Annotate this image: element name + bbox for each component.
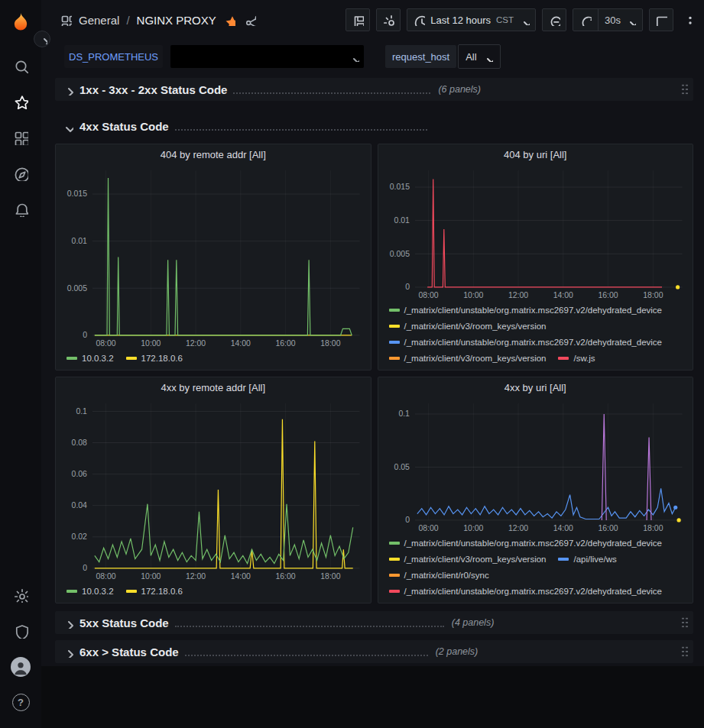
more-options-button[interactable] [680, 8, 695, 31]
svg-text:0.1: 0.1 [76, 407, 87, 416]
save-dashboard-button[interactable] [346, 8, 370, 31]
request-host-variable-select[interactable]: All [458, 44, 500, 69]
zoom-out-icon [548, 14, 560, 26]
zoom-out-button[interactable] [542, 8, 566, 31]
favorite-star-button[interactable] [223, 14, 235, 26]
legend-item[interactable]: 10.0.3.2 [67, 583, 114, 599]
share-dashboard-button[interactable] [244, 14, 256, 26]
legend-item[interactable]: /api/live/ws [558, 551, 616, 567]
legend-item[interactable]: /_matrix/client/v3/room_keys/version [389, 350, 547, 366]
panel-title[interactable]: 404 by remote addr [All] [56, 144, 371, 164]
panel-legend: 10.0.3.2172.18.0.6 [56, 582, 371, 603]
sidebar-item-profile[interactable] [0, 649, 41, 684]
panel-legend: /_matrix/client/unstable/org.matrix.msc2… [378, 534, 693, 603]
row-drag-handle[interactable] [681, 83, 689, 95]
sidebar-item-starred[interactable] [0, 83, 41, 119]
compass-icon [13, 166, 28, 181]
legend-label: 172.18.0.6 [141, 354, 183, 363]
legend-label: /_matrix/client/v3/room_keys/version [404, 555, 547, 564]
legend-label: /_matrix/client/unstable/org.matrix.msc2… [404, 587, 663, 596]
row-1xx-3xx-2xx-status-code[interactable]: 1xx - 3xx - 2xx Status Code (6 panels) [55, 78, 693, 101]
legend-item[interactable]: /_matrix/client/unstable/org.matrix.msc2… [389, 302, 663, 318]
variables-bar: DS_PROMETHEUS request_host All [41, 40, 704, 78]
row-4xx-status-code[interactable]: 4xx Status Code [55, 115, 693, 138]
chevron-right-icon [61, 645, 73, 658]
row-drag-handle[interactable] [681, 616, 689, 629]
chart-canvas[interactable]: 00.0050.010.01508:0010:0012:0014:0016:00… [381, 164, 690, 301]
row-6xx-status-code[interactable]: 6xx > Status Code (2 panels) [55, 640, 693, 663]
legend-swatch [389, 558, 400, 561]
chevron-right-icon [61, 83, 73, 95]
chevron-down-icon [519, 15, 530, 25]
svg-text:14:00: 14:00 [231, 339, 251, 348]
chevron-down-icon [61, 120, 73, 132]
person-icon [12, 659, 29, 676]
svg-text:0.01: 0.01 [72, 237, 88, 245]
legend-item[interactable]: 172.18.0.6 [126, 583, 183, 599]
breadcrumb-dashboard-title[interactable]: NGINX PROXY [137, 14, 216, 27]
legend-item[interactable]: 10.0.3.2 [67, 350, 114, 366]
legend-item[interactable]: /_matrix/client/v3/room_keys/version [389, 551, 547, 567]
chevron-down-icon [349, 51, 359, 62]
svg-text:14:00: 14:00 [553, 291, 573, 299]
monitor-icon [655, 14, 667, 26]
svg-text:14:00: 14:00 [553, 524, 573, 532]
sidebar-item-help[interactable]: ? [0, 684, 41, 720]
breadcrumb-separator: / [126, 14, 129, 27]
chart-canvas[interactable]: 00.020.040.060.080.108:0010:0012:0014:00… [59, 397, 368, 582]
sidebar-expand-button[interactable] [34, 31, 50, 47]
panel-title[interactable]: 404 by uri [All] [378, 144, 693, 164]
sidebar-item-search[interactable] [0, 47, 41, 83]
svg-text:18:00: 18:00 [320, 572, 340, 581]
sidebar-item-alerting[interactable] [0, 191, 41, 227]
row-5xx-status-code[interactable]: 5xx Status Code (4 panels) [55, 611, 693, 634]
legend-item[interactable]: /_matrix/client/v3/room_keys/version [389, 318, 547, 334]
main-area: General / NGINX PROXY Last 12 hours CST [41, 0, 704, 728]
legend-item[interactable]: 172.18.0.6 [126, 350, 183, 366]
legend-item[interactable]: /_matrix/client/unstable/org.matrix.msc2… [389, 535, 663, 551]
svg-text:0.1: 0.1 [398, 409, 410, 418]
legend-swatch [389, 574, 400, 577]
gear-icon [13, 587, 28, 603]
sidebar-item-dashboards[interactable] [0, 119, 41, 155]
refresh-button[interactable] [573, 9, 598, 31]
apps-grid-icon [60, 14, 72, 26]
svg-text:0.04: 0.04 [72, 501, 88, 510]
star-filled-icon [223, 14, 235, 26]
breadcrumb-folder[interactable]: General [79, 14, 119, 27]
sidebar-item-server-admin[interactable] [0, 613, 41, 649]
time-range-picker[interactable]: Last 12 hours CST [407, 8, 536, 31]
dashboard-toolbar: General / NGINX PROXY Last 12 hours CST [41, 0, 704, 40]
legend-item[interactable]: /sw.js [558, 350, 595, 366]
breadcrumb: General / NGINX PROXY [60, 14, 256, 27]
svg-text:0: 0 [405, 283, 410, 291]
chart-canvas[interactable]: 00.050.108:0010:0012:0014:0016:0018:00 [381, 397, 690, 534]
legend-item[interactable]: /_matrix/client/r0/sync [389, 567, 489, 583]
legend-item[interactable]: /_matrix/client/unstable/org.matrix.msc2… [389, 583, 663, 599]
sidebar-item-explore[interactable] [0, 155, 41, 191]
legend-item[interactable]: /_matrix/client/unstable/org.matrix.msc2… [389, 334, 663, 350]
legend-swatch [389, 341, 400, 344]
grafana-logo[interactable] [9, 11, 32, 34]
toolbar-actions: Last 12 hours CST 30s [346, 8, 695, 31]
refresh-interval-picker[interactable]: 30s [598, 9, 642, 31]
panel-404-by-remote-addr: 404 by remote addr [All] 00.0050.010.015… [55, 144, 371, 370]
sidebar-item-configuration[interactable] [0, 577, 41, 613]
dotted-leader [175, 121, 427, 131]
tv-mode-button[interactable] [649, 8, 673, 31]
chart-canvas[interactable]: 00.0050.010.01508:0010:0012:0014:0016:00… [59, 164, 368, 349]
request-host-variable-value: All [466, 51, 476, 63]
avatar [11, 657, 31, 677]
chevron-down-icon [482, 51, 493, 62]
datasource-variable-select[interactable] [170, 45, 364, 68]
refresh-icon [579, 14, 592, 26]
gear-icon [382, 14, 394, 26]
row-drag-handle[interactable] [681, 645, 689, 658]
panel-title[interactable]: 4xx by uri [All] [378, 377, 693, 397]
legend-label: /_matrix/client/unstable/org.matrix.msc2… [404, 539, 663, 548]
panel-title[interactable]: 4xx by remote addr [All] [56, 377, 371, 397]
svg-text:0.05: 0.05 [394, 463, 410, 471]
chevron-right-icon [61, 616, 73, 629]
dashboard-settings-button[interactable] [376, 8, 401, 31]
clock-icon [413, 14, 425, 26]
